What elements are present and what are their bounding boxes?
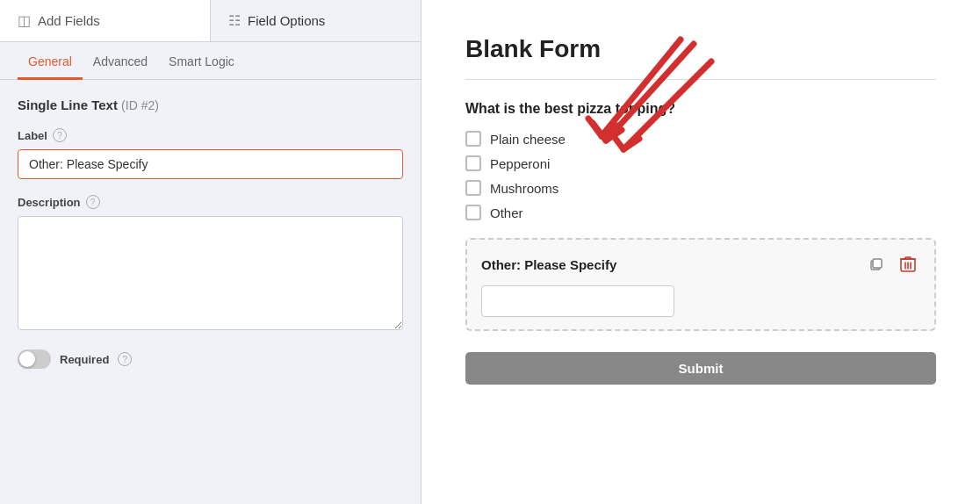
other-field-actions bbox=[864, 252, 920, 277]
checkbox-group: Plain cheese Pepperoni Mushrooms Other bbox=[465, 131, 936, 220]
required-help-icon[interactable]: ? bbox=[118, 352, 132, 366]
add-fields-icon: ◫ bbox=[18, 12, 31, 29]
svg-rect-10 bbox=[873, 259, 882, 268]
tab-smart-logic[interactable]: Smart Logic bbox=[158, 42, 245, 80]
field-options-tab[interactable]: ☷ Field Options bbox=[211, 0, 421, 41]
description-field-label: Description bbox=[18, 196, 81, 209]
form-title: Blank Form bbox=[465, 35, 936, 63]
add-fields-tab[interactable]: ◫ Add Fields bbox=[0, 0, 211, 41]
field-title: Single Line Text (ID #2) bbox=[18, 97, 403, 112]
tab-advanced[interactable]: Advanced bbox=[83, 42, 158, 80]
right-panel: Blank Form What is the best pizza toppin… bbox=[422, 0, 980, 504]
duplicate-icon[interactable] bbox=[864, 252, 889, 277]
toggle-knob bbox=[19, 351, 35, 367]
label-input[interactable] bbox=[18, 149, 403, 179]
panel-tabs-header: ◫ Add Fields ☷ Field Options bbox=[0, 0, 421, 42]
required-toggle[interactable] bbox=[18, 349, 51, 369]
label-help-icon[interactable]: ? bbox=[53, 128, 67, 142]
list-item: Plain cheese bbox=[465, 131, 936, 147]
field-options-label: Field Options bbox=[248, 13, 325, 28]
checkbox-plain-cheese[interactable] bbox=[465, 131, 481, 147]
submit-button[interactable]: Submit bbox=[465, 352, 936, 385]
delete-icon[interactable] bbox=[896, 252, 920, 277]
list-item: Pepperoni bbox=[465, 155, 936, 171]
option-other: Other bbox=[490, 205, 523, 220]
option-plain-cheese: Plain cheese bbox=[490, 132, 566, 147]
other-field-title: Other: Please Specify bbox=[481, 257, 616, 272]
other-field-card: Other: Please Specify bbox=[465, 238, 936, 331]
list-item: Mushrooms bbox=[465, 180, 936, 196]
inner-tabs: General Advanced Smart Logic bbox=[0, 42, 421, 80]
description-row: Description ? bbox=[18, 195, 403, 209]
required-label: Required bbox=[60, 353, 109, 366]
tab-general[interactable]: General bbox=[18, 42, 83, 80]
checkbox-other[interactable] bbox=[465, 205, 481, 220]
question-label: What is the best pizza topping? bbox=[465, 101, 936, 117]
list-item: Other bbox=[465, 205, 936, 220]
field-id: (ID #2) bbox=[121, 98, 159, 112]
label-row: Label ? bbox=[18, 128, 403, 142]
description-input[interactable] bbox=[18, 216, 403, 330]
add-fields-label: Add Fields bbox=[38, 13, 100, 28]
option-mushrooms: Mushrooms bbox=[490, 181, 558, 196]
option-pepperoni: Pepperoni bbox=[490, 156, 550, 171]
description-help-icon[interactable]: ? bbox=[86, 195, 100, 209]
left-panel: ◫ Add Fields ☷ Field Options General Adv… bbox=[0, 0, 422, 504]
checkbox-mushrooms[interactable] bbox=[465, 180, 481, 196]
other-field-text-input[interactable] bbox=[481, 285, 674, 317]
checkbox-pepperoni[interactable] bbox=[465, 155, 481, 171]
label-field-label: Label bbox=[18, 129, 47, 142]
other-field-header: Other: Please Specify bbox=[481, 252, 920, 277]
field-content: Single Line Text (ID #2) Label ? Descrip… bbox=[0, 80, 421, 504]
sliders-icon: ☷ bbox=[228, 12, 241, 29]
form-divider bbox=[465, 79, 936, 80]
required-row: Required ? bbox=[18, 349, 403, 369]
